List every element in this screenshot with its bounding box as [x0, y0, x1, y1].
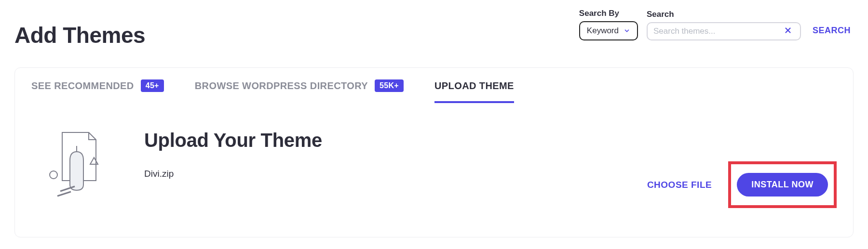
- tab-upload-theme[interactable]: UPLOAD THEME: [434, 78, 514, 103]
- upload-heading: Upload Your Theme: [144, 130, 613, 151]
- choose-file-button[interactable]: CHOOSE FILE: [647, 180, 712, 190]
- tab-label: SEE RECOMMENDED: [31, 80, 134, 92]
- tabs: SEE RECOMMENDED 45+ BROWSE WORDPRESS DIR…: [15, 68, 853, 104]
- search-box: [647, 22, 801, 40]
- upload-area: Upload Your Theme Divi.zip CHOOSE FILE I…: [15, 104, 853, 237]
- tab-see-recommended[interactable]: SEE RECOMMENDED 45+: [31, 77, 164, 104]
- tab-badge: 45+: [141, 79, 164, 92]
- clear-icon[interactable]: [782, 26, 794, 37]
- tab-browse-directory[interactable]: BROWSE WORDPRESS DIRECTORY 55K+: [195, 77, 404, 104]
- search-by-select[interactable]: Keyword: [579, 21, 638, 40]
- tab-label: BROWSE WORDPRESS DIRECTORY: [195, 80, 368, 92]
- themes-panel: SEE RECOMMENDED 45+ BROWSE WORDPRESS DIR…: [14, 67, 854, 237]
- tab-badge: 55K+: [375, 79, 404, 92]
- selected-filename: Divi.zip: [144, 169, 613, 179]
- search-label: Search: [647, 10, 801, 19]
- install-highlight: INSTALL NOW: [728, 161, 837, 208]
- page-title: Add Themes: [14, 9, 145, 48]
- upload-file-icon: [43, 128, 110, 202]
- install-now-button[interactable]: INSTALL NOW: [737, 173, 828, 197]
- chevron-down-icon: [624, 27, 630, 34]
- tab-label: UPLOAD THEME: [434, 80, 514, 92]
- search-by-label: Search By: [579, 9, 638, 18]
- search-controls: Search By Keyword Search SEARCH: [579, 9, 854, 40]
- search-by-value: Keyword: [587, 26, 619, 36]
- search-input[interactable]: [653, 26, 782, 36]
- search-button[interactable]: SEARCH: [810, 21, 854, 40]
- svg-point-2: [50, 171, 57, 179]
